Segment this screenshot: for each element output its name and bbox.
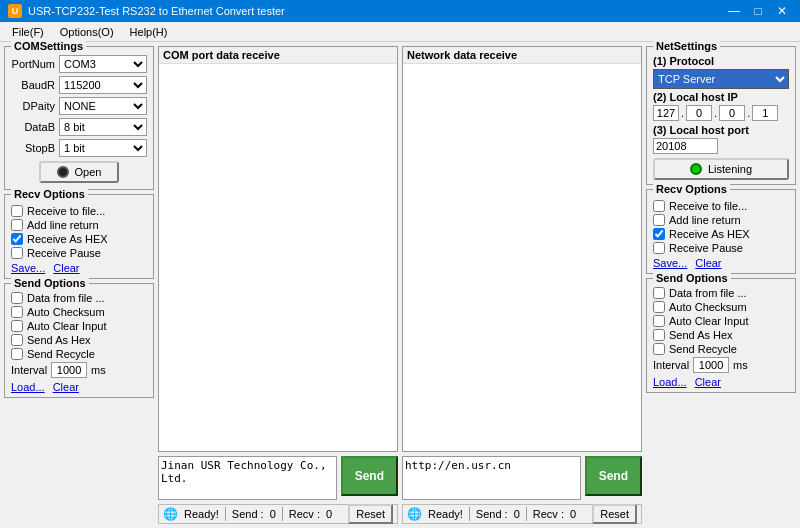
net-auto-checksum-row: Auto Checksum xyxy=(653,301,789,313)
net-send-clear-button[interactable]: Clear xyxy=(695,376,721,388)
com-auto-checksum-row: Auto Checksum xyxy=(11,306,147,318)
menu-options[interactable]: Options(O) xyxy=(52,24,122,40)
ip-seg-4[interactable] xyxy=(752,105,778,121)
net-send-input[interactable] xyxy=(402,456,581,500)
com-receive-as-hex-check[interactable] xyxy=(11,233,23,245)
menu-file[interactable]: File(F) xyxy=(4,24,52,40)
listening-button[interactable]: Listening xyxy=(653,158,789,180)
app-icon: U xyxy=(8,4,22,18)
dpaity-row: DPaity NONE ODD EVEN xyxy=(11,97,147,115)
com-send-link-row: Load... Clear xyxy=(11,381,147,393)
net-recv-options-group: Recv Options Receive to file... Add line… xyxy=(646,189,796,274)
protocol-select[interactable]: TCP Server TCP Client UDP Server UDP Cli… xyxy=(653,69,789,89)
net-interval-row: Interval ms xyxy=(653,357,789,373)
com-send-recycle-check[interactable] xyxy=(11,348,23,360)
net-add-line-return-check[interactable] xyxy=(653,214,665,226)
maximize-button[interactable]: □ xyxy=(748,3,768,19)
com-recv-content: Receive to file... Add line return Recei… xyxy=(11,205,147,274)
com-interval-input[interactable] xyxy=(51,362,87,378)
net-send-content: Data from file ... Auto Checksum Auto Cl… xyxy=(653,287,789,388)
net-status-bar: 🌐 Ready! Send : 0 Recv : 0 Reset xyxy=(402,504,642,524)
com-send-load-button[interactable]: Load... xyxy=(11,381,45,393)
com-receive-pause-row: Receive Pause xyxy=(11,247,147,259)
com-status-div1 xyxy=(225,507,226,521)
com-reset-button[interactable]: Reset xyxy=(348,504,393,524)
com-auto-clear-input-label: Auto Clear Input xyxy=(27,320,107,332)
com-add-line-return-row: Add line return xyxy=(11,219,147,231)
title-bar: U USR-TCP232-Test RS232 to Ethernet Conv… xyxy=(0,0,800,22)
net-receive-as-hex-check[interactable] xyxy=(653,228,665,240)
menu-help[interactable]: Help(H) xyxy=(122,24,176,40)
net-auto-checksum-check[interactable] xyxy=(653,301,665,313)
open-button[interactable]: Open xyxy=(39,161,119,183)
com-recv-to-file-label: Receive to file... xyxy=(27,205,105,217)
net-receive-pause-check[interactable] xyxy=(653,242,665,254)
com-receive-pause-check[interactable] xyxy=(11,247,23,259)
net-interval-input[interactable] xyxy=(693,357,729,373)
net-auto-clear-input-label: Auto Clear Input xyxy=(669,315,749,327)
com-status-div2 xyxy=(282,507,283,521)
net-settings-title: NetSettings xyxy=(653,40,720,52)
com-settings-content: PortNum COM3 COM1 COM2 COM4 BaudR 115200… xyxy=(11,55,147,183)
net-recv-value: 0 xyxy=(570,508,576,520)
com-data-panel-body xyxy=(159,64,397,451)
net-send-recycle-label: Send Recycle xyxy=(669,343,737,355)
net-settings-group: NetSettings (1) Protocol TCP Server TCP … xyxy=(646,46,796,185)
port-input[interactable] xyxy=(653,138,718,154)
com-recv-options-group: Recv Options Receive to file... Add line… xyxy=(4,194,154,279)
net-receive-as-hex-row: Receive As HEX xyxy=(653,228,789,240)
com-send-input[interactable] xyxy=(158,456,337,500)
ip-seg-1[interactable] xyxy=(653,105,679,121)
com-recv-save-button[interactable]: Save... xyxy=(11,262,45,274)
net-recv-title: Recv Options xyxy=(653,183,730,195)
close-button[interactable]: ✕ xyxy=(772,3,792,19)
local-port-label: (3) Local host port xyxy=(653,124,789,136)
com-send-button[interactable]: Send xyxy=(341,456,398,496)
net-send-link-row: Load... Clear xyxy=(653,376,789,388)
net-receive-pause-label: Receive Pause xyxy=(669,242,743,254)
com-add-line-return-check[interactable] xyxy=(11,219,23,231)
port-num-select[interactable]: COM3 COM1 COM2 COM4 xyxy=(59,55,147,73)
net-auto-clear-input-check[interactable] xyxy=(653,315,665,327)
open-indicator xyxy=(57,166,69,178)
com-settings-group: COMSettings PortNum COM3 COM1 COM2 COM4 … xyxy=(4,46,154,190)
com-recv-to-file-check[interactable] xyxy=(11,205,23,217)
net-status-div1 xyxy=(469,507,470,521)
net-recv-to-file-check[interactable] xyxy=(653,200,665,212)
dpaity-select[interactable]: NONE ODD EVEN xyxy=(59,97,147,115)
open-label: Open xyxy=(75,166,102,178)
status-footer: 🌐 Ready! Send : 0 Recv : 0 Reset 🌐 Ready… xyxy=(158,504,642,524)
net-recv-save-button[interactable]: Save... xyxy=(653,257,687,269)
com-recv-clear-button[interactable]: Clear xyxy=(53,262,79,274)
net-send-options-group: Send Options Data from file ... Auto Che… xyxy=(646,278,796,393)
com-add-line-return-label: Add line return xyxy=(27,219,99,231)
net-data-from-file-check[interactable] xyxy=(653,287,665,299)
left-panel: COMSettings PortNum COM3 COM1 COM2 COM4 … xyxy=(4,46,154,524)
com-send-as-hex-label: Send As Hex xyxy=(27,334,91,346)
ip-seg-3[interactable] xyxy=(719,105,745,121)
minimize-button[interactable]: ― xyxy=(724,3,744,19)
com-send-clear-button[interactable]: Clear xyxy=(53,381,79,393)
baud-r-select[interactable]: 115200 9600 19200 38400 57600 xyxy=(59,76,147,94)
net-auto-checksum-label: Auto Checksum xyxy=(669,301,747,313)
net-reset-button[interactable]: Reset xyxy=(592,504,637,524)
net-send-as-hex-check[interactable] xyxy=(653,329,665,341)
protocol-label: (1) Protocol xyxy=(653,55,789,67)
net-send-recycle-check[interactable] xyxy=(653,343,665,355)
com-auto-clear-input-row: Auto Clear Input xyxy=(11,320,147,332)
com-auto-clear-input-check[interactable] xyxy=(11,320,23,332)
ip-seg-2[interactable] xyxy=(686,105,712,121)
com-data-from-file-row: Data from file ... xyxy=(11,292,147,304)
listening-indicator xyxy=(690,163,702,175)
datab-select[interactable]: 8 bit 7 bit xyxy=(59,118,147,136)
net-recv-content: Receive to file... Add line return Recei… xyxy=(653,200,789,269)
com-send-options-group: Send Options Data from file ... Auto Che… xyxy=(4,283,154,398)
com-data-from-file-check[interactable] xyxy=(11,292,23,304)
net-send-load-button[interactable]: Load... xyxy=(653,376,687,388)
net-add-line-return-row: Add line return xyxy=(653,214,789,226)
net-send-button[interactable]: Send xyxy=(585,456,642,496)
net-recv-clear-button[interactable]: Clear xyxy=(695,257,721,269)
com-send-as-hex-check[interactable] xyxy=(11,334,23,346)
com-auto-checksum-check[interactable] xyxy=(11,306,23,318)
stopb-select[interactable]: 1 bit 2 bit xyxy=(59,139,147,157)
